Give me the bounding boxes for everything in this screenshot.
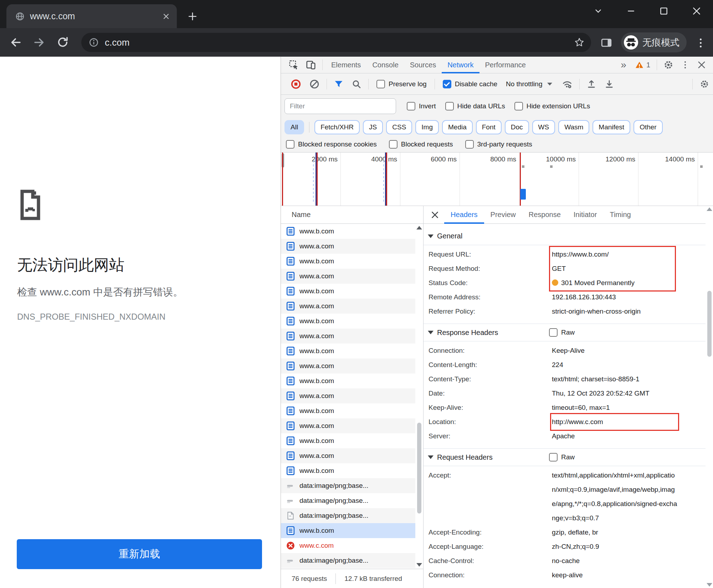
- section-header[interactable]: General: [424, 227, 706, 245]
- record-network-log-icon[interactable]: [291, 79, 301, 89]
- request-row[interactable]: www.a.com: [281, 388, 415, 403]
- devtools-tab-elements[interactable]: Elements: [325, 57, 366, 73]
- details-tab-initiator[interactable]: Initiator: [567, 206, 604, 224]
- reload-icon[interactable]: [56, 36, 69, 49]
- invert-checkbox[interactable]: Invert: [407, 102, 436, 110]
- section-header[interactable]: Response HeadersRaw: [424, 324, 706, 341]
- details-tab-response[interactable]: Response: [522, 206, 567, 224]
- search-icon[interactable]: [352, 79, 361, 89]
- scrollbar-thumb[interactable]: [707, 291, 712, 357]
- export-har-icon[interactable]: [604, 79, 614, 89]
- scroll-down-icon[interactable]: [707, 583, 712, 587]
- request-row[interactable]: www.b.com: [281, 403, 415, 418]
- filter-pill-fetch-xhr[interactable]: Fetch/XHR: [314, 120, 360, 134]
- filter-pill-other[interactable]: Other: [634, 120, 663, 134]
- blocked-requests-checkbox[interactable]: Blocked requests: [389, 140, 453, 149]
- filter-pill-js[interactable]: JS: [363, 120, 383, 134]
- side-panel-icon[interactable]: [600, 37, 612, 49]
- more-tabs-icon[interactable]: [621, 59, 626, 71]
- scroll-down-icon[interactable]: [416, 563, 422, 567]
- request-row[interactable]: data:image/png;base...: [281, 493, 415, 508]
- hide-extension-urls-checkbox[interactable]: Hide extension URLs: [514, 102, 590, 110]
- browser-menu-icon[interactable]: [694, 37, 707, 49]
- filter-input[interactable]: [284, 98, 396, 114]
- preserve-log-checkbox[interactable]: Preserve log: [376, 80, 427, 88]
- request-list-header[interactable]: Name: [281, 206, 423, 224]
- request-row[interactable]: www.a.com: [281, 269, 415, 284]
- request-row[interactable]: data:image/png;base...: [281, 508, 415, 523]
- filter-pill-doc[interactable]: Doc: [505, 120, 529, 134]
- raw-checkbox[interactable]: Raw: [549, 328, 575, 337]
- request-row[interactable]: www.c.com: [281, 538, 415, 553]
- request-row[interactable]: www.b.com: [281, 463, 415, 478]
- devtools-tab-sources[interactable]: Sources: [404, 57, 442, 73]
- disclosure-triangle-icon[interactable]: [428, 455, 434, 459]
- filter-pill-font[interactable]: Font: [476, 120, 502, 134]
- details-tab-timing[interactable]: Timing: [603, 206, 637, 224]
- back-icon[interactable]: [9, 36, 22, 49]
- details-scrollbar[interactable]: [706, 206, 713, 588]
- scroll-up-icon[interactable]: [707, 207, 712, 211]
- request-row[interactable]: data:image/png;base...: [281, 553, 415, 568]
- devtools-tab-network[interactable]: Network: [442, 57, 479, 73]
- disclosure-triangle-icon[interactable]: [428, 234, 434, 238]
- 3rd-party-requests-checkbox[interactable]: 3rd-party requests: [465, 140, 532, 149]
- tab-search-icon[interactable]: [582, 0, 615, 22]
- devtools-tab-console[interactable]: Console: [366, 57, 404, 73]
- filter-icon[interactable]: [334, 79, 344, 89]
- devtools-tab-performance[interactable]: Performance: [479, 57, 532, 73]
- devtools-close-icon[interactable]: [697, 60, 707, 70]
- device-toolbar-icon[interactable]: [306, 60, 316, 70]
- request-row[interactable]: www.b.com: [281, 523, 415, 538]
- close-window-button[interactable]: [680, 0, 713, 22]
- request-list-scrollbar[interactable]: [415, 224, 423, 569]
- request-row[interactable]: www.a.com: [281, 299, 415, 314]
- scrollbar-thumb[interactable]: [417, 423, 421, 514]
- section-header[interactable]: Request HeadersRaw: [424, 448, 706, 466]
- filter-pill-manifest[interactable]: Manifest: [593, 120, 630, 134]
- filter-pill-media[interactable]: Media: [442, 120, 473, 134]
- request-row[interactable]: www.a.com: [281, 239, 415, 254]
- hide-data-urls-checkbox[interactable]: Hide data URLs: [445, 102, 505, 110]
- request-row[interactable]: www.b.com: [281, 433, 415, 448]
- forward-icon[interactable]: [33, 36, 46, 49]
- disable-cache-checkbox[interactable]: Disable cache: [443, 80, 497, 88]
- request-row[interactable]: www.b.com: [281, 254, 415, 269]
- bookmark-star-icon[interactable]: [574, 37, 585, 48]
- warning-badge[interactable]: 1: [635, 61, 650, 69]
- filter-pill-wasm[interactable]: Wasm: [558, 120, 589, 134]
- request-row[interactable]: www.a.com: [281, 329, 415, 344]
- scroll-up-icon[interactable]: [416, 226, 422, 229]
- close-details-icon[interactable]: [429, 208, 441, 221]
- minimize-button[interactable]: [615, 0, 647, 22]
- filter-pill-img[interactable]: Img: [415, 120, 439, 134]
- browser-tab[interactable]: www.c.com: [6, 4, 177, 28]
- network-settings-gear-icon[interactable]: [699, 79, 709, 89]
- tab-close-icon[interactable]: [163, 13, 170, 20]
- new-tab-button[interactable]: [185, 9, 200, 24]
- filter-pill-ws[interactable]: WS: [532, 120, 555, 134]
- site-info-icon[interactable]: [88, 37, 99, 48]
- request-row[interactable]: data:image/png;base...: [281, 478, 415, 493]
- reload-button[interactable]: 重新加载: [17, 539, 262, 569]
- inspect-element-icon[interactable]: [288, 60, 299, 70]
- request-row[interactable]: www.b.com: [281, 314, 415, 329]
- blocked-response-cookies-checkbox[interactable]: Blocked response cookies: [286, 140, 377, 149]
- network-conditions-icon[interactable]: [562, 79, 573, 89]
- settings-gear-icon[interactable]: [663, 60, 674, 70]
- maximize-button[interactable]: [647, 0, 680, 22]
- clear-network-log-icon[interactable]: [309, 79, 320, 89]
- disclosure-triangle-icon[interactable]: [428, 331, 434, 334]
- request-row[interactable]: www.a.com: [281, 448, 415, 463]
- import-har-icon[interactable]: [586, 79, 596, 89]
- throttling-select[interactable]: No throttling: [506, 80, 552, 88]
- request-row[interactable]: www.a.com: [281, 359, 415, 373]
- details-tab-preview[interactable]: Preview: [484, 206, 522, 224]
- filter-pill-all[interactable]: All: [284, 120, 304, 134]
- request-row[interactable]: www.b.com: [281, 284, 415, 299]
- address-bar[interactable]: c.com: [81, 33, 591, 52]
- request-row[interactable]: www.b.com: [281, 373, 415, 388]
- request-row[interactable]: www.a.com: [281, 418, 415, 433]
- request-row[interactable]: www.b.com: [281, 344, 415, 359]
- filter-pill-css[interactable]: CSS: [386, 120, 412, 134]
